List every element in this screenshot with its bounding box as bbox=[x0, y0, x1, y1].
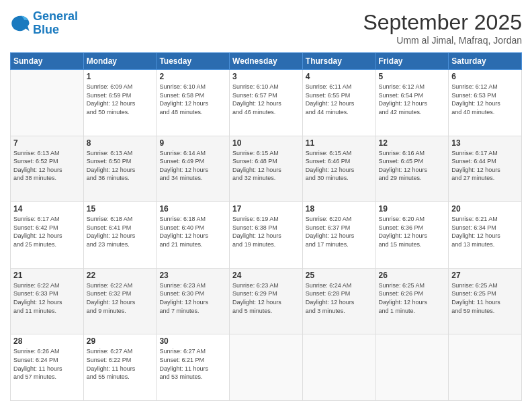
day-info: Sunrise: 6:16 AM Sunset: 6:45 PM Dayligh… bbox=[379, 149, 446, 183]
day-number: 7 bbox=[13, 138, 81, 148]
calendar-cell: 8Sunrise: 6:13 AM Sunset: 6:50 PM Daylig… bbox=[83, 136, 157, 202]
col-monday: Monday bbox=[83, 53, 157, 70]
day-number: 15 bbox=[87, 204, 154, 214]
day-info: Sunrise: 6:11 AM Sunset: 6:55 PM Dayligh… bbox=[306, 83, 373, 116]
calendar-cell: 11Sunrise: 6:15 AM Sunset: 6:46 PM Dayli… bbox=[302, 136, 375, 202]
calendar-cell: 15Sunrise: 6:18 AM Sunset: 6:41 PM Dayli… bbox=[83, 202, 157, 269]
day-number: 10 bbox=[232, 138, 300, 148]
calendar-cell: 12Sunrise: 6:16 AM Sunset: 6:45 PM Dayli… bbox=[375, 136, 449, 202]
day-number: 14 bbox=[13, 204, 81, 214]
day-info: Sunrise: 6:14 AM Sunset: 6:49 PM Dayligh… bbox=[159, 149, 226, 183]
calendar-cell: 21Sunrise: 6:22 AM Sunset: 6:33 PM Dayli… bbox=[11, 268, 84, 334]
day-number: 20 bbox=[451, 204, 519, 214]
day-number: 8 bbox=[87, 138, 154, 148]
day-number: 18 bbox=[306, 204, 373, 214]
day-info: Sunrise: 6:27 AM Sunset: 6:21 PM Dayligh… bbox=[159, 347, 226, 381]
day-info: Sunrise: 6:13 AM Sunset: 6:52 PM Dayligh… bbox=[13, 149, 81, 183]
calendar-cell: 27Sunrise: 6:25 AM Sunset: 6:25 PM Dayli… bbox=[449, 268, 522, 334]
calendar-cell: 20Sunrise: 6:21 AM Sunset: 6:34 PM Dayli… bbox=[449, 202, 522, 269]
calendar-cell: 1Sunrise: 6:09 AM Sunset: 6:59 PM Daylig… bbox=[83, 70, 157, 136]
calendar-table: Sunday Monday Tuesday Wednesday Thursday… bbox=[10, 52, 522, 401]
day-info: Sunrise: 6:25 AM Sunset: 6:26 PM Dayligh… bbox=[379, 281, 446, 315]
day-number: 30 bbox=[159, 336, 226, 346]
day-number: 26 bbox=[379, 271, 446, 280]
day-number: 29 bbox=[87, 336, 154, 346]
calendar-week-row: 21Sunrise: 6:22 AM Sunset: 6:33 PM Dayli… bbox=[11, 268, 522, 334]
day-info: Sunrise: 6:09 AM Sunset: 6:59 PM Dayligh… bbox=[87, 83, 154, 116]
col-tuesday: Tuesday bbox=[157, 53, 230, 70]
day-info: Sunrise: 6:10 AM Sunset: 6:58 PM Dayligh… bbox=[159, 83, 226, 116]
day-info: Sunrise: 6:23 AM Sunset: 6:29 PM Dayligh… bbox=[232, 281, 300, 315]
calendar-cell: 26Sunrise: 6:25 AM Sunset: 6:26 PM Dayli… bbox=[375, 268, 449, 334]
calendar-cell bbox=[230, 334, 303, 401]
day-number: 2 bbox=[159, 72, 226, 81]
day-number: 16 bbox=[159, 204, 226, 214]
calendar-cell: 5Sunrise: 6:12 AM Sunset: 6:54 PM Daylig… bbox=[375, 70, 449, 136]
calendar-week-row: 7Sunrise: 6:13 AM Sunset: 6:52 PM Daylig… bbox=[11, 136, 522, 202]
day-info: Sunrise: 6:12 AM Sunset: 6:54 PM Dayligh… bbox=[379, 83, 446, 116]
day-number: 24 bbox=[232, 271, 300, 280]
day-info: Sunrise: 6:24 AM Sunset: 6:28 PM Dayligh… bbox=[306, 281, 373, 315]
day-number: 28 bbox=[13, 336, 81, 346]
calendar-cell bbox=[302, 334, 375, 401]
calendar-week-row: 14Sunrise: 6:17 AM Sunset: 6:42 PM Dayli… bbox=[11, 202, 522, 269]
col-saturday: Saturday bbox=[449, 53, 522, 70]
day-number: 27 bbox=[451, 271, 519, 280]
day-number: 22 bbox=[87, 271, 154, 280]
logo-line2: Blue bbox=[33, 23, 59, 36]
title-section: September 2025 Umm al Jimal, Mafraq, Jor… bbox=[363, 10, 522, 46]
calendar-cell bbox=[11, 70, 84, 136]
calendar-cell: 10Sunrise: 6:15 AM Sunset: 6:48 PM Dayli… bbox=[230, 136, 303, 202]
day-number: 5 bbox=[379, 72, 446, 81]
calendar-cell: 30Sunrise: 6:27 AM Sunset: 6:21 PM Dayli… bbox=[157, 334, 230, 401]
page: General Blue September 2025 Umm al Jimal… bbox=[0, 0, 532, 411]
day-number: 11 bbox=[306, 138, 373, 148]
calendar-cell: 23Sunrise: 6:23 AM Sunset: 6:30 PM Dayli… bbox=[157, 268, 230, 334]
calendar-cell: 17Sunrise: 6:19 AM Sunset: 6:38 PM Dayli… bbox=[230, 202, 303, 269]
logo-text: General Blue bbox=[33, 10, 78, 37]
col-friday: Friday bbox=[375, 53, 449, 70]
calendar-cell bbox=[375, 334, 449, 401]
col-sunday: Sunday bbox=[11, 53, 84, 70]
calendar-cell: 9Sunrise: 6:14 AM Sunset: 6:49 PM Daylig… bbox=[157, 136, 230, 202]
day-info: Sunrise: 6:20 AM Sunset: 6:36 PM Dayligh… bbox=[379, 215, 446, 248]
day-info: Sunrise: 6:22 AM Sunset: 6:32 PM Dayligh… bbox=[87, 281, 154, 315]
calendar-cell: 2Sunrise: 6:10 AM Sunset: 6:58 PM Daylig… bbox=[157, 70, 230, 136]
location-subtitle: Umm al Jimal, Mafraq, Jordan bbox=[363, 35, 522, 46]
day-number: 13 bbox=[451, 138, 519, 148]
day-number: 6 bbox=[451, 72, 519, 81]
calendar-cell: 4Sunrise: 6:11 AM Sunset: 6:55 PM Daylig… bbox=[302, 70, 375, 136]
calendar-cell: 16Sunrise: 6:18 AM Sunset: 6:40 PM Dayli… bbox=[157, 202, 230, 269]
day-info: Sunrise: 6:19 AM Sunset: 6:38 PM Dayligh… bbox=[232, 215, 300, 248]
day-info: Sunrise: 6:12 AM Sunset: 6:53 PM Dayligh… bbox=[451, 83, 519, 116]
calendar-cell: 6Sunrise: 6:12 AM Sunset: 6:53 PM Daylig… bbox=[449, 70, 522, 136]
calendar-cell: 7Sunrise: 6:13 AM Sunset: 6:52 PM Daylig… bbox=[11, 136, 84, 202]
calendar-week-row: 1Sunrise: 6:09 AM Sunset: 6:59 PM Daylig… bbox=[11, 70, 522, 136]
logo-line1: General bbox=[33, 9, 78, 23]
calendar-cell: 29Sunrise: 6:27 AM Sunset: 6:22 PM Dayli… bbox=[83, 334, 157, 401]
day-number: 25 bbox=[306, 271, 373, 280]
day-info: Sunrise: 6:13 AM Sunset: 6:50 PM Dayligh… bbox=[87, 149, 154, 183]
day-number: 12 bbox=[379, 138, 446, 148]
logo-icon bbox=[10, 13, 30, 34]
day-info: Sunrise: 6:18 AM Sunset: 6:41 PM Dayligh… bbox=[87, 215, 154, 248]
calendar-cell: 24Sunrise: 6:23 AM Sunset: 6:29 PM Dayli… bbox=[230, 268, 303, 334]
day-info: Sunrise: 6:18 AM Sunset: 6:40 PM Dayligh… bbox=[159, 215, 226, 248]
day-info: Sunrise: 6:21 AM Sunset: 6:34 PM Dayligh… bbox=[451, 215, 519, 248]
day-info: Sunrise: 6:17 AM Sunset: 6:44 PM Dayligh… bbox=[451, 149, 519, 183]
day-info: Sunrise: 6:10 AM Sunset: 6:57 PM Dayligh… bbox=[232, 83, 300, 116]
header: General Blue September 2025 Umm al Jimal… bbox=[10, 10, 522, 46]
day-info: Sunrise: 6:22 AM Sunset: 6:33 PM Dayligh… bbox=[13, 281, 81, 315]
calendar-cell: 13Sunrise: 6:17 AM Sunset: 6:44 PM Dayli… bbox=[449, 136, 522, 202]
day-number: 19 bbox=[379, 204, 446, 214]
calendar-cell: 14Sunrise: 6:17 AM Sunset: 6:42 PM Dayli… bbox=[11, 202, 84, 269]
day-number: 1 bbox=[87, 72, 154, 81]
day-number: 3 bbox=[232, 72, 300, 81]
day-info: Sunrise: 6:20 AM Sunset: 6:37 PM Dayligh… bbox=[306, 215, 373, 248]
col-wednesday: Wednesday bbox=[230, 53, 303, 70]
day-info: Sunrise: 6:17 AM Sunset: 6:42 PM Dayligh… bbox=[13, 215, 81, 248]
day-info: Sunrise: 6:25 AM Sunset: 6:25 PM Dayligh… bbox=[451, 281, 519, 315]
day-info: Sunrise: 6:15 AM Sunset: 6:48 PM Dayligh… bbox=[232, 149, 300, 183]
month-title: September 2025 bbox=[363, 10, 522, 35]
calendar-cell: 25Sunrise: 6:24 AM Sunset: 6:28 PM Dayli… bbox=[302, 268, 375, 334]
